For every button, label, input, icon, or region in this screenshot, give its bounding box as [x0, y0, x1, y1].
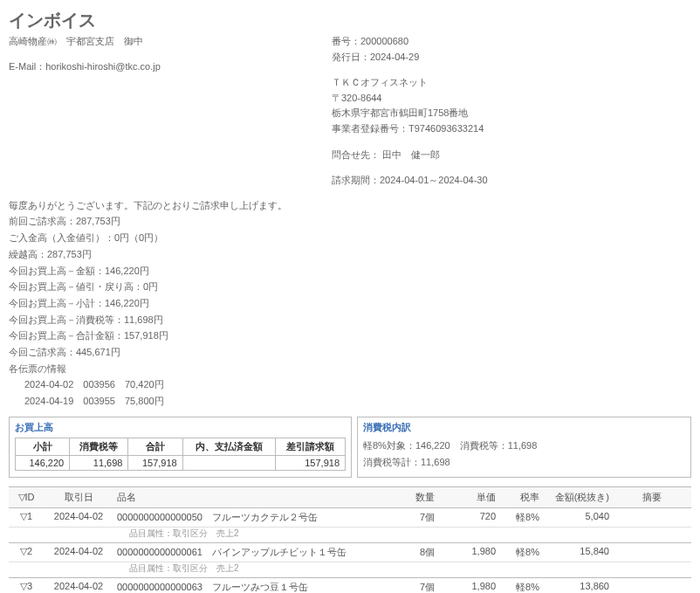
row-name: 0000000000000050 フルーツカクテル２号缶 — [113, 508, 389, 527]
header-area: 高崎物産㈱ 宇都宮支店 御中 E-Mail：horikoshi-hiroshi@… — [9, 34, 691, 189]
row-qty: 7個 — [389, 578, 438, 593]
table-subrow: 品目属性：取引区分 売上2 — [9, 562, 691, 578]
discount: 今回お買上高－値引・戻り高：0円 — [9, 279, 691, 295]
email-value: horikoshi-hiroshi@tkc.co.jp — [45, 61, 161, 72]
row-qty: 8個 — [389, 543, 438, 562]
tax-panel: 消費税内訳 軽8%対象：146,220 消費税等：11,698 消費税等計：11… — [357, 417, 691, 479]
row-id[interactable]: ▽2 — [9, 543, 44, 562]
tax-title: 消費税内訳 — [363, 421, 685, 434]
row-date: 2024-04-02 — [44, 578, 113, 593]
email-block: E-Mail：horikoshi-hiroshi@tkc.co.jp — [9, 60, 332, 73]
tax-line-2: 消費税等計：11,698 — [363, 454, 685, 472]
table-header: ▽ID 取引日 品名 数量 単価 税率 金額(税抜き) 摘要 — [9, 487, 691, 508]
row-date: 2024-04-02 — [44, 508, 113, 527]
slip-2: 2024-04-19 003955 75,800円 — [9, 393, 691, 410]
col-name: 品名 — [113, 487, 389, 508]
purchase-amount: 今回お買上高－金額：146,220円 — [9, 263, 691, 279]
tax-line-1: 軽8%対象：146,220 消費税等：11,698 — [363, 438, 685, 455]
col-unit: 単価 — [438, 487, 499, 508]
row-unit: 1,980 — [438, 543, 499, 562]
row-tax: 軽8% — [499, 508, 543, 527]
sum-v2: 11,698 — [70, 455, 128, 470]
issue-date: 発行日：2024-04-29 — [332, 50, 691, 66]
row-tax: 軽8% — [499, 578, 543, 593]
row-name: 0000000000000063 フルーツみつ豆１号缶 — [113, 578, 389, 593]
header-right: 番号：200000680 発行日：2024-04-29 ＴＫＣオフィスネット 〒… — [332, 34, 691, 189]
prev-amount: 前回ご請求高：287,753円 — [9, 213, 691, 230]
table-row: ▽22024-04-020000000000000061 パインアップルチビット… — [9, 543, 691, 562]
sum-v5: 157,918 — [275, 455, 345, 470]
customer-name: 高崎物産㈱ 宇都宮支店 御中 — [9, 34, 332, 50]
row-id[interactable]: ▽1 — [9, 508, 44, 527]
row-amt: 15,840 — [543, 543, 613, 562]
sum-h1: 小計 — [16, 438, 70, 455]
slips-label: 各伝票の情報 — [9, 361, 691, 377]
row-amt: 5,040 — [543, 508, 613, 527]
sum-h3: 合計 — [128, 438, 182, 455]
deposit: ご入金高（入金値引）：0円（0円） — [9, 230, 691, 246]
email-label: E-Mail： — [9, 61, 45, 72]
zip: 〒320-8644 — [332, 91, 691, 107]
sum-v1: 146,220 — [16, 455, 70, 470]
row-sub: 品目属性：取引区分 売上2 — [113, 562, 389, 578]
total: 今回お買上高－合計金額：157,918円 — [9, 328, 691, 344]
panels: お買上高 小計 消費税等 合計 内、支払済金額 差引請求額 146,220 11… — [9, 417, 691, 479]
summary-panel: お買上高 小計 消費税等 合計 内、支払済金額 差引請求額 146,220 11… — [9, 417, 352, 479]
carryover: 繰越高：287,753円 — [9, 246, 691, 263]
row-date: 2024-04-02 — [44, 543, 113, 562]
col-id[interactable]: ▽ID — [9, 487, 44, 508]
registration-number: 事業者登録番号：T9746093633214 — [332, 121, 691, 137]
col-note: 摘要 — [613, 487, 691, 508]
row-sub: 品目属性：取引区分 売上2 — [113, 527, 389, 543]
row-unit: 720 — [438, 508, 499, 527]
tax: 今回お買上高－消費税等：11,698円 — [9, 312, 691, 328]
table-subrow: 品目属性：取引区分 売上2 — [9, 527, 691, 543]
col-date: 取引日 — [44, 487, 113, 508]
contact: 問合せ先： 田中 健一郎 — [332, 148, 691, 163]
row-tax: 軽8% — [499, 543, 543, 562]
page-title: インボイス — [9, 9, 691, 32]
row-note — [613, 578, 691, 593]
body-text: 毎度ありがとうございます。下記のとおりご請求申し上げます。 前回ご請求高：287… — [9, 197, 691, 410]
col-tax: 税率 — [499, 487, 543, 508]
sum-v3: 157,918 — [128, 455, 182, 470]
row-id[interactable]: ▽3 — [9, 578, 44, 593]
row-amt: 13,860 — [543, 578, 613, 593]
col-qty: 数量 — [389, 487, 438, 508]
billing-period: 請求期間：2024-04-01～2024-04-30 — [332, 173, 691, 189]
header-left: 高崎物産㈱ 宇都宮支店 御中 E-Mail：horikoshi-hiroshi@… — [9, 34, 332, 84]
summary-title: お買上高 — [15, 421, 346, 434]
row-name: 0000000000000061 パインアップルチビット１号缶 — [113, 543, 389, 562]
thanks-line: 毎度ありがとうございます。下記のとおりご請求申し上げます。 — [9, 197, 691, 214]
invoice-number: 番号：200000680 — [332, 34, 691, 50]
subtotal: 今回お買上高－小計：146,220円 — [9, 295, 691, 312]
summary-table: 小計 消費税等 合計 内、支払済金額 差引請求額 146,220 11,698 … — [15, 438, 346, 471]
company-name: ＴＫＣオフィスネット — [332, 75, 691, 91]
table-row: ▽32024-04-020000000000000063 フルーツみつ豆１号缶7… — [9, 578, 691, 593]
sum-h5: 差引請求額 — [275, 438, 345, 455]
this-invoice: 今回ご請求高：445,671円 — [9, 344, 691, 361]
row-note — [613, 543, 691, 562]
table-row: ▽12024-04-020000000000000050 フルーツカクテル２号缶… — [9, 508, 691, 527]
row-note — [613, 508, 691, 527]
sum-h2: 消費税等 — [70, 438, 128, 455]
row-qty: 7個 — [389, 508, 438, 527]
address: 栃木県宇都宮市鶴田町1758番地 — [332, 106, 691, 121]
detail-table: ▽ID 取引日 品名 数量 単価 税率 金額(税抜き) 摘要 ▽12024-04… — [9, 486, 691, 593]
slip-1: 2024-04-02 003956 70,420円 — [9, 376, 691, 393]
sum-h4: 内、支払済金額 — [182, 438, 275, 455]
row-unit: 1,980 — [438, 578, 499, 593]
col-amt: 金額(税抜き) — [543, 487, 613, 508]
sum-v4 — [182, 455, 275, 470]
